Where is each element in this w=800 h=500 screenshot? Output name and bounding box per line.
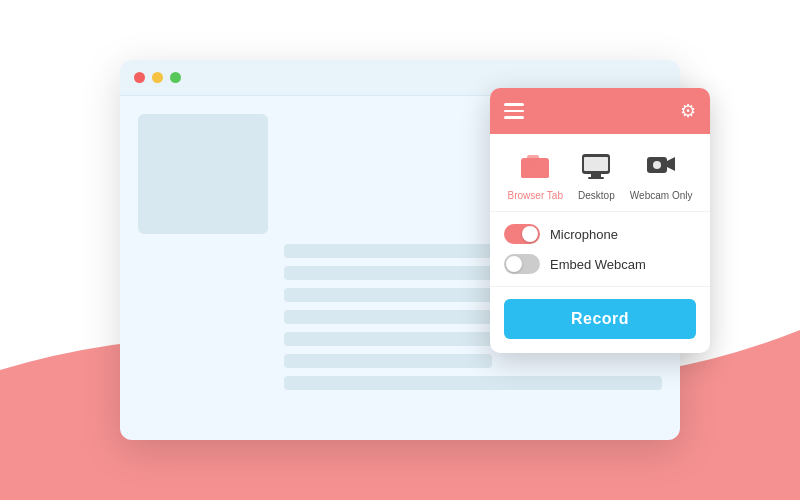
mode-tab-desktop[interactable]: Desktop bbox=[578, 148, 615, 201]
toggle-knob bbox=[506, 256, 522, 272]
extension-popup: ⚙ Browser Tab bbox=[490, 88, 710, 353]
recording-mode-tabs: Browser Tab Desktop bbox=[490, 134, 710, 212]
svg-rect-5 bbox=[588, 177, 604, 179]
svg-point-9 bbox=[653, 161, 661, 169]
line-placeholder bbox=[284, 354, 492, 368]
desktop-icon bbox=[578, 148, 614, 184]
browser-tab-label: Browser Tab bbox=[508, 190, 563, 201]
embed-webcam-label: Embed Webcam bbox=[550, 257, 646, 272]
svg-marker-8 bbox=[667, 157, 675, 171]
content-placeholder-image bbox=[138, 114, 268, 234]
record-section: Record bbox=[490, 287, 710, 353]
embed-webcam-toggle-row: Embed Webcam bbox=[504, 254, 696, 274]
svg-rect-1 bbox=[521, 162, 549, 178]
mode-tab-webcam-only[interactable]: Webcam Only bbox=[630, 148, 693, 201]
webcam-only-label: Webcam Only bbox=[630, 190, 693, 201]
microphone-toggle[interactable] bbox=[504, 224, 540, 244]
browser-tab-icon bbox=[517, 148, 553, 184]
desktop-label: Desktop bbox=[578, 190, 615, 201]
webcam-icon bbox=[643, 148, 679, 184]
dot-green bbox=[170, 72, 181, 83]
line-placeholder bbox=[284, 376, 662, 390]
browser-window: ⚙ Browser Tab bbox=[120, 60, 680, 440]
mode-tab-browser-tab[interactable]: Browser Tab bbox=[508, 148, 563, 201]
embed-webcam-toggle[interactable] bbox=[504, 254, 540, 274]
dot-yellow bbox=[152, 72, 163, 83]
left-column bbox=[138, 114, 268, 422]
svg-rect-6 bbox=[584, 157, 608, 171]
settings-gear-icon[interactable]: ⚙ bbox=[680, 100, 696, 122]
microphone-toggle-row: Microphone bbox=[504, 224, 696, 244]
popup-header: ⚙ bbox=[490, 88, 710, 134]
hamburger-menu-icon[interactable] bbox=[504, 103, 524, 119]
svg-rect-2 bbox=[527, 155, 539, 162]
toggles-section: Microphone Embed Webcam bbox=[490, 212, 710, 287]
dot-red bbox=[134, 72, 145, 83]
toggle-knob bbox=[522, 226, 538, 242]
microphone-label: Microphone bbox=[550, 227, 618, 242]
record-button[interactable]: Record bbox=[504, 299, 696, 339]
